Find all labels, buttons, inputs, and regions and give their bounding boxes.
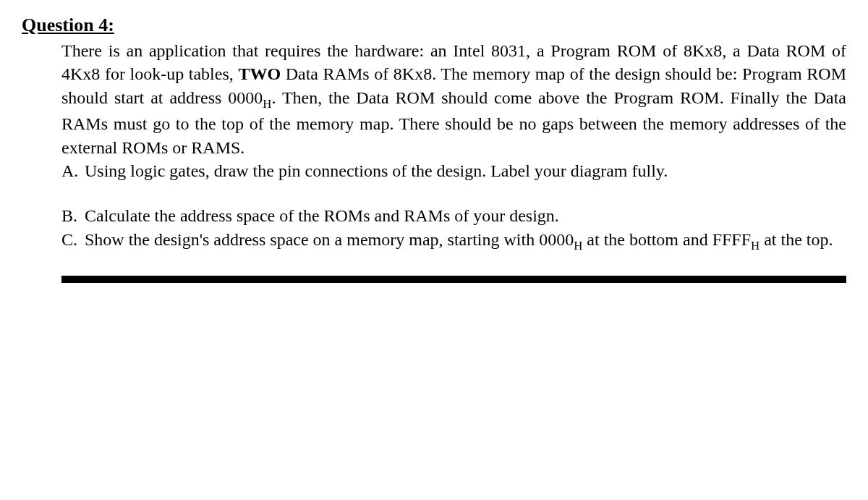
item-b: B. Calculate the address space of the RO… xyxy=(61,204,846,227)
item-c-text-3: at the top. xyxy=(760,230,833,249)
item-c: C. Show the design's address space on a … xyxy=(61,228,846,254)
intro-paragraph: There is an application that requires th… xyxy=(61,39,846,159)
item-c-content: Show the design's address space on a mem… xyxy=(85,228,846,254)
item-c-sub-2: H xyxy=(751,239,760,253)
intro-bold: TWO xyxy=(238,64,281,83)
item-c-letter: C. xyxy=(61,228,85,254)
horizontal-separator xyxy=(61,276,846,283)
item-b-text: Calculate the address space of the ROMs … xyxy=(85,204,846,227)
item-a: A. Using logic gates, draw the pin conne… xyxy=(61,159,846,182)
item-c-sub-1: H xyxy=(574,239,582,253)
gap xyxy=(22,182,846,204)
item-c-text-2: at the bottom and FFFF xyxy=(582,230,751,249)
item-b-letter: B. xyxy=(61,204,85,227)
item-a-letter: A. xyxy=(61,159,85,182)
intro-sub-1: H xyxy=(263,97,271,111)
item-a-text: Using logic gates, draw the pin connecti… xyxy=(85,159,846,182)
item-c-text-1: Show the design's address space on a mem… xyxy=(85,230,574,249)
question-title: Question 4: xyxy=(22,14,846,36)
